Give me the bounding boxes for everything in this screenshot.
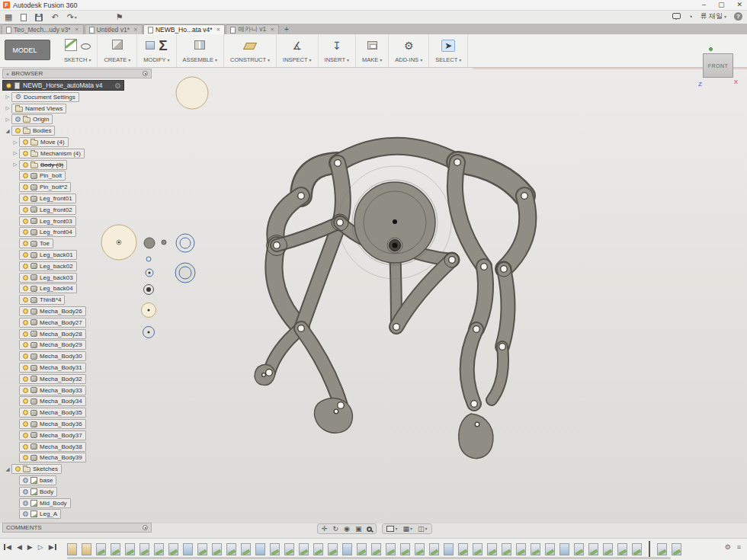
tree-item-cell[interactable]: Mid_Body (19, 498, 71, 508)
recent-activity-icon[interactable]: ◔ (688, 13, 692, 21)
timeline-feature-icon[interactable] (241, 543, 251, 555)
timeline-feature-icon[interactable] (284, 543, 294, 555)
tree-item-cell[interactable]: Leg_front04 (19, 227, 76, 237)
tree-item[interactable]: Leg_front01 (2, 193, 152, 204)
document-tab[interactable]: 메카니 v1✕ (226, 24, 279, 34)
ribbon-group-label[interactable]: MODIFY▾ (143, 56, 169, 63)
create-box-icon[interactable] (112, 40, 123, 52)
tree-item-cell[interactable]: Sketches (11, 464, 62, 474)
timeline-feature-icon[interactable] (82, 543, 91, 555)
measure-icon[interactable]: ∡ (293, 40, 303, 52)
tree-item[interactable]: Leg_back02 (2, 261, 152, 272)
tree-item[interactable]: Leg_back01 (2, 249, 152, 261)
tree-item[interactable]: Mecha_Body34 (2, 396, 152, 408)
timeline-feature-icon[interactable] (342, 543, 352, 555)
visibility-bulb-icon[interactable] (15, 466, 21, 472)
visibility-bulb-icon[interactable] (23, 219, 28, 224)
tree-item[interactable]: Leg_front03 (2, 216, 152, 227)
timeline-feature-icon[interactable] (415, 543, 425, 555)
step-forward-button[interactable]: ▷ (38, 543, 43, 551)
tree-item[interactable]: Mid_Body (2, 498, 152, 509)
new-tab-button[interactable]: + (280, 25, 293, 34)
timeline-feature-icon[interactable] (226, 543, 236, 555)
ribbon-group-label[interactable]: INSPECT▾ (283, 56, 312, 63)
timeline-feature-icon[interactable] (255, 543, 265, 555)
visibility-bulb-icon[interactable] (23, 342, 28, 347)
visibility-bulb-icon[interactable] (23, 139, 28, 145)
collapse-panel-icon[interactable]: ◂ (6, 71, 8, 76)
help-button[interactable]: ? (734, 12, 742, 21)
timeline-feature-icon[interactable] (559, 543, 569, 555)
tree-item[interactable]: ▷Move (4) (2, 136, 152, 148)
visibility-bulb-icon[interactable] (23, 365, 28, 370)
timeline-feature-icon[interactable] (270, 543, 280, 555)
orbit-icon[interactable]: ↻ (333, 526, 339, 533)
timeline-feature-icon[interactable] (672, 543, 681, 555)
timeline-feature-icon[interactable] (603, 543, 613, 555)
tree-item-cell[interactable]: Mecha_Body30 (19, 351, 86, 361)
tree-item[interactable]: Mecha_Body33 (2, 385, 152, 396)
tree-item[interactable]: Mecha_Body28 (2, 328, 152, 340)
expand-arrow-icon[interactable]: ▷ (11, 162, 19, 168)
visibility-bulb-icon[interactable] (23, 501, 28, 506)
timeline-feature-icon[interactable] (632, 543, 642, 555)
timeline-feature-icon[interactable] (502, 543, 511, 555)
visibility-bulb-icon[interactable] (23, 478, 28, 483)
viewports-icon[interactable]: ◫▾ (418, 526, 428, 533)
grid-and-snaps-icon[interactable]: ▦▾ (402, 526, 412, 533)
ribbon-group-label[interactable]: INSERT▾ (325, 56, 349, 63)
sketch-ellipse-icon[interactable] (81, 40, 91, 52)
timeline-scrollbar[interactable] (67, 557, 671, 559)
expand-arrow-icon[interactable]: ◢ (4, 128, 11, 134)
tree-item[interactable]: Mecha_Body39 (2, 453, 152, 464)
visibility-bulb-icon[interactable] (23, 207, 28, 213)
tree-item[interactable]: Leg_A (2, 508, 152, 520)
timeline-feature-icon[interactable] (111, 543, 120, 555)
viewcube-front-face[interactable]: FRONT (703, 53, 733, 78)
ribbon-group-label[interactable]: CREATE▾ (104, 56, 130, 63)
ribbon-group-label[interactable]: MAKE▾ (362, 56, 382, 63)
tree-item-cell[interactable]: Leg_front03 (19, 216, 76, 226)
visibility-bulb-icon[interactable] (23, 433, 28, 438)
visibility-bulb-icon[interactable] (23, 252, 28, 258)
visibility-bulb-icon[interactable] (23, 286, 28, 291)
tree-item[interactable]: Leg_front04 (2, 227, 152, 238)
tree-item-cell[interactable]: Bodies (11, 126, 55, 136)
save-icon[interactable] (35, 14, 43, 21)
tree-item[interactable]: ▷Named Views (2, 103, 152, 114)
visibility-bulb-icon[interactable] (23, 196, 28, 201)
tree-item-cell[interactable]: Mecha_Body31 (19, 363, 86, 373)
expand-arrow-icon[interactable]: ◢ (4, 466, 11, 472)
tree-item-cell[interactable]: Mecha_Body32 (19, 374, 86, 384)
tree-item[interactable]: ▷Origin (2, 114, 152, 126)
undo-icon[interactable]: ↶ (51, 13, 58, 21)
view-cube[interactable]: FRONT X Z (698, 47, 738, 82)
play-button[interactable]: ▶ (27, 543, 33, 551)
timeline-feature-icon[interactable] (313, 543, 323, 555)
visibility-bulb-icon[interactable] (23, 297, 28, 302)
ribbon-group-label[interactable]: ADD-INS▾ (395, 56, 422, 63)
marker-icon[interactable]: ⚑ (116, 13, 123, 21)
visibility-bulb-icon[interactable] (23, 275, 28, 280)
look-at-icon[interactable]: ◉ (344, 526, 350, 533)
timeline-feature-icon[interactable] (154, 543, 164, 555)
panel-options-icon[interactable] (143, 525, 148, 530)
timeline-feature-icon[interactable] (168, 543, 178, 555)
visibility-bulb-icon[interactable] (23, 162, 28, 168)
panel-options-icon[interactable] (143, 71, 148, 76)
visibility-bulb-icon[interactable] (15, 128, 21, 133)
timeline-feature-icon[interactable] (386, 543, 396, 555)
expand-arrow-icon[interactable]: ▷ (11, 150, 19, 156)
close-tab-icon[interactable]: ✕ (270, 27, 274, 33)
tree-item-cell[interactable]: Named Views (11, 104, 66, 114)
activate-component-icon[interactable] (115, 83, 120, 88)
document-tab[interactable]: Untitled v1*✕ (85, 24, 143, 34)
create-sketch-icon[interactable] (65, 39, 77, 53)
add-ins-icon[interactable]: ⚙ (404, 40, 414, 52)
close-tab-icon[interactable]: ✕ (133, 27, 138, 33)
tree-item[interactable]: Mecha_Body32 (2, 373, 152, 385)
timeline-feature-icon[interactable] (429, 543, 439, 555)
close-tab-icon[interactable]: ✕ (216, 27, 221, 33)
visibility-bulb-icon[interactable] (23, 489, 28, 494)
tree-item-cell[interactable]: Mecha_Body38 (19, 442, 86, 452)
